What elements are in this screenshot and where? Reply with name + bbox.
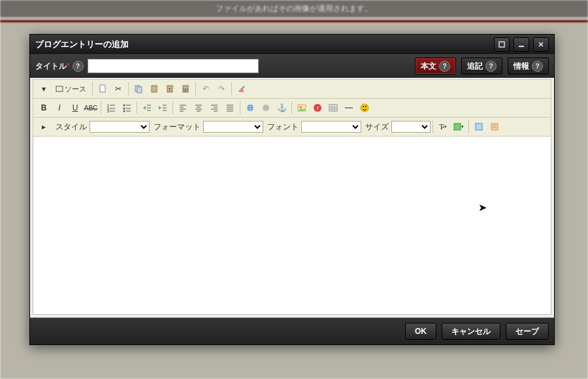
- help-icon[interactable]: ?: [73, 61, 84, 72]
- svg-point-68: [365, 106, 367, 107]
- help-icon: ?: [532, 61, 543, 72]
- required-mark: *: [67, 61, 70, 71]
- svg-point-22: [123, 105, 125, 107]
- collapse-icon[interactable]: ▾: [37, 82, 51, 96]
- new-page-icon[interactable]: [95, 82, 110, 96]
- outdent-icon[interactable]: [140, 101, 154, 115]
- redo-icon[interactable]: ↷: [214, 82, 229, 96]
- align-justify-icon[interactable]: [223, 101, 237, 115]
- cut-icon[interactable]: ✂: [111, 82, 125, 96]
- table-icon[interactable]: [326, 101, 340, 115]
- svg-text:T: T: [169, 88, 172, 92]
- backdrop-hint: ファイルがあればその画像が適用されます。: [0, 0, 588, 17]
- align-left-icon[interactable]: [176, 101, 190, 115]
- ordered-list-icon[interactable]: 123: [104, 101, 118, 115]
- editor: ▾ ソース ✂ T W ↶ ↷ B I U ABC 123: [30, 78, 554, 318]
- toolbar-row-3: ▸ スタイル フォーマット フォント サイズ T▪▾ ▾: [33, 118, 551, 137]
- svg-rect-9: [153, 85, 155, 87]
- fullscreen-icon[interactable]: [472, 120, 486, 134]
- save-button[interactable]: セーブ: [506, 323, 549, 340]
- svg-rect-15: [240, 90, 244, 92]
- format-label: フォーマット: [154, 122, 201, 133]
- editor-content[interactable]: [33, 137, 551, 315]
- hr-icon[interactable]: [342, 101, 356, 115]
- svg-rect-0: [499, 42, 504, 47]
- dialog-footer: OK キャンセル セーブ: [30, 318, 554, 344]
- strike-icon[interactable]: ABC: [84, 101, 98, 115]
- source-button[interactable]: ソース: [52, 82, 90, 96]
- tab-body[interactable]: 本文?: [415, 58, 456, 74]
- svg-marker-32: [159, 106, 161, 110]
- help-icon: ?: [439, 61, 450, 72]
- flash-icon[interactable]: f: [310, 101, 325, 115]
- title-input[interactable]: [88, 59, 259, 73]
- size-label: サイズ: [365, 122, 389, 133]
- bg-color-icon[interactable]: ▾: [451, 120, 466, 134]
- dialog-titlebar: ブログエントリーの追加: [30, 35, 554, 54]
- svg-point-66: [361, 104, 368, 112]
- align-center-icon[interactable]: [191, 101, 206, 115]
- svg-rect-5: [100, 85, 105, 92]
- font-select[interactable]: [301, 121, 361, 133]
- bold-icon[interactable]: B: [37, 101, 51, 115]
- dialog-title: ブログエントリーの追加: [35, 39, 129, 50]
- paste-text-icon[interactable]: T: [163, 82, 177, 96]
- svg-text:W: W: [184, 88, 188, 92]
- size-select[interactable]: [391, 121, 431, 133]
- paste-word-icon[interactable]: W: [178, 82, 193, 96]
- smiley-icon[interactable]: [357, 101, 372, 115]
- image-icon[interactable]: [295, 101, 309, 115]
- svg-rect-69: [454, 124, 461, 130]
- italic-icon[interactable]: I: [52, 101, 67, 115]
- tab-info[interactable]: 情報?: [508, 58, 549, 74]
- svg-rect-70: [476, 124, 482, 130]
- expand-icon[interactable]: ▸: [37, 120, 51, 134]
- unlink-icon[interactable]: [259, 101, 273, 115]
- toolbar-row-1: ▾ ソース ✂ T W ↶ ↷: [33, 79, 551, 99]
- ok-button[interactable]: OK: [405, 323, 436, 340]
- svg-rect-71: [491, 124, 498, 130]
- style-label: スタイル: [56, 122, 87, 133]
- remove-format-icon[interactable]: [235, 82, 249, 96]
- svg-rect-7: [137, 87, 142, 93]
- cancel-button[interactable]: キャンセル: [442, 323, 500, 340]
- svg-point-26: [123, 110, 125, 112]
- align-right-icon[interactable]: [207, 101, 221, 115]
- tab-more[interactable]: 追記?: [461, 58, 502, 74]
- anchor-icon[interactable]: ⚓: [274, 101, 289, 115]
- svg-point-24: [123, 108, 125, 110]
- title-row: タイトル* ? 本文? 追記? 情報?: [30, 54, 554, 78]
- indent-icon[interactable]: [155, 101, 170, 115]
- svg-point-55: [263, 105, 269, 111]
- copy-icon[interactable]: [131, 82, 146, 96]
- font-label: フォント: [267, 122, 299, 133]
- toolbar-row-2: B I U ABC 123 ⚓ f: [33, 99, 551, 118]
- blog-entry-dialog: ブログエントリーの追加 タイトル* ? 本文? 追記? 情報? ▾ ソース ✂ …: [29, 34, 555, 345]
- link-icon[interactable]: [243, 101, 257, 115]
- maximize-button[interactable]: [494, 37, 510, 52]
- format-select[interactable]: [203, 121, 263, 133]
- help-icon: ?: [485, 61, 497, 72]
- svg-point-67: [363, 106, 364, 107]
- svg-rect-4: [56, 86, 63, 91]
- svg-marker-28: [143, 106, 146, 110]
- svg-rect-60: [329, 105, 337, 111]
- close-button[interactable]: [533, 37, 549, 52]
- minimize-button[interactable]: [514, 37, 529, 52]
- unordered-list-icon[interactable]: [120, 101, 134, 115]
- title-label: タイトル: [35, 61, 67, 72]
- undo-icon[interactable]: ↶: [199, 82, 213, 96]
- style-select[interactable]: [90, 121, 150, 133]
- show-blocks-icon[interactable]: [487, 120, 502, 134]
- underline-icon[interactable]: U: [68, 101, 82, 115]
- svg-text:3: 3: [107, 109, 109, 112]
- text-color-icon[interactable]: T▪▾: [436, 120, 450, 134]
- paste-icon[interactable]: [147, 82, 161, 96]
